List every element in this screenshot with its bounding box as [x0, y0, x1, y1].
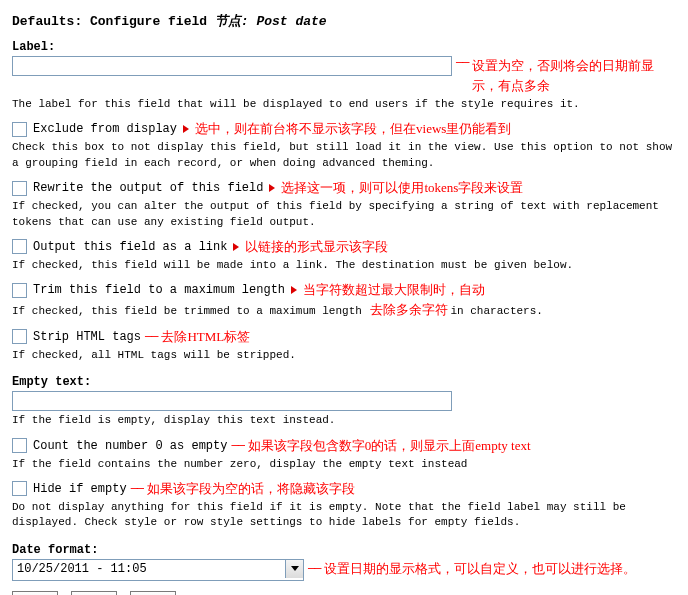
- exclude-checkbox[interactable]: [12, 122, 27, 137]
- strip-checkbox[interactable]: [12, 329, 27, 344]
- dateformat-heading: Date format:: [12, 543, 676, 557]
- rewrite-label: Rewrite the output of this field: [33, 181, 263, 195]
- exclude-annotation: 选中，则在前台将不显示该字段，但在views里仍能看到: [195, 120, 511, 138]
- empty-text-input[interactable]: [12, 391, 452, 411]
- annotation-arrow-icon: [183, 125, 189, 133]
- annotation-dash: ——: [131, 482, 143, 496]
- label-help: The label for this field that will be di…: [12, 97, 676, 112]
- dateformat-annotation: 设置日期的显示格式，可以自定义，也可以进行选择。: [324, 559, 644, 579]
- trim-label: Trim this field to a maximum length: [33, 283, 285, 297]
- exclude-label: Exclude from display: [33, 122, 177, 136]
- rewrite-help: If checked, you can alter the output of …: [12, 199, 676, 230]
- page-title: Defaults: Configure field 节点: Post date: [12, 12, 676, 30]
- annotation-dash: ——: [231, 439, 243, 453]
- strip-annotation: 去除HTML标签: [161, 328, 250, 346]
- countzero-label: Count the number 0 as empty: [33, 439, 227, 453]
- aslink-help: If checked, this field will be made into…: [12, 258, 676, 273]
- hideempty-label: Hide if empty: [33, 482, 127, 496]
- label-heading: Label:: [12, 40, 676, 54]
- chevron-down-icon: [291, 566, 299, 571]
- empty-help: If the field is empty, display this text…: [12, 413, 676, 428]
- trim-help: If checked, this field be trimmed to a m…: [12, 301, 676, 319]
- hideempty-checkbox[interactable]: [12, 481, 27, 496]
- trim-annotation-1: 当字符数超过最大限制时，自动: [303, 281, 485, 299]
- countzero-annotation: 如果该字段包含数字0的话，则显示上面empty text: [248, 437, 531, 455]
- label-input[interactable]: [12, 56, 452, 76]
- strip-label: Strip HTML tags: [33, 330, 141, 344]
- countzero-help: If the field contains the number zero, d…: [12, 457, 676, 472]
- exclude-help: Check this box to not display this field…: [12, 140, 676, 171]
- hideempty-annotation: 如果该字段为空的话，将隐藏该字段: [147, 480, 355, 498]
- trim-annotation-2: 去除多余字符: [370, 302, 448, 317]
- countzero-checkbox[interactable]: [12, 438, 27, 453]
- cancel-button[interactable]: 取消: [71, 591, 117, 595]
- aslink-label: Output this field as a link: [33, 240, 227, 254]
- rewrite-checkbox[interactable]: [12, 181, 27, 196]
- aslink-annotation: 以链接的形式显示该字段: [245, 238, 388, 256]
- annotation-dash: ——: [145, 330, 157, 344]
- dateformat-select[interactable]: 10/25/2011 - 11:05: [12, 559, 304, 581]
- dateformat-value: 10/25/2011 - 11:05: [17, 562, 147, 576]
- annotation-arrow-icon: [233, 243, 239, 251]
- annotation-dash: ——: [308, 562, 320, 576]
- annotation-arrow: ——: [456, 56, 468, 70]
- annotation-arrow-icon: [291, 286, 297, 294]
- label-annotation: 设置为空，否则将会的日期前显示，有点多余: [472, 56, 672, 95]
- hideempty-help: Do not display anything for this field i…: [12, 500, 676, 531]
- strip-help: If checked, all HTML tags will be stripp…: [12, 348, 676, 363]
- update-button[interactable]: 更新: [12, 591, 58, 595]
- dropdown-button[interactable]: [285, 560, 303, 578]
- delete-button[interactable]: 删除: [130, 591, 176, 595]
- rewrite-annotation: 选择这一项，则可以使用tokens字段来设置: [281, 179, 523, 197]
- annotation-arrow-icon: [269, 184, 275, 192]
- button-bar: 更新 取消 删除: [12, 591, 676, 595]
- trim-checkbox[interactable]: [12, 283, 27, 298]
- aslink-checkbox[interactable]: [12, 239, 27, 254]
- empty-heading: Empty text:: [12, 375, 676, 389]
